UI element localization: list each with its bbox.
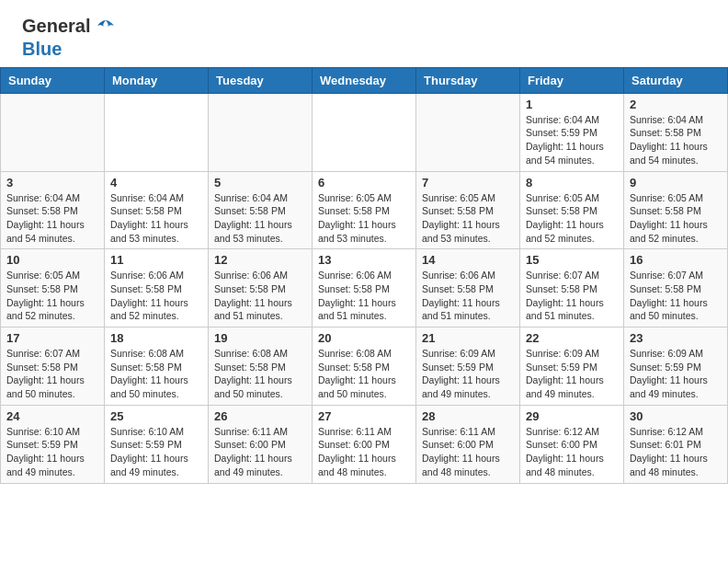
logo-bird-icon: [96, 18, 116, 39]
page-header: General Blue: [0, 0, 728, 67]
day-info: Sunrise: 6:08 AM Sunset: 5:58 PM Dayligh…: [110, 347, 202, 401]
logo-container: General Blue: [22, 17, 117, 60]
calendar-cell: [416, 93, 520, 171]
header-thursday: Thursday: [416, 67, 520, 93]
day-number: 19: [214, 331, 306, 345]
logo: General Blue: [22, 17, 117, 60]
calendar-cell: 26Sunrise: 6:11 AM Sunset: 6:00 PM Dayli…: [209, 405, 313, 483]
calendar-cell: 21Sunrise: 6:09 AM Sunset: 5:59 PM Dayli…: [416, 327, 520, 406]
day-number: 3: [6, 176, 98, 190]
day-number: 17: [6, 331, 98, 345]
day-info: Sunrise: 6:07 AM Sunset: 5:58 PM Dayligh…: [6, 347, 98, 401]
day-info: Sunrise: 6:04 AM Sunset: 5:58 PM Dayligh…: [630, 113, 722, 167]
day-info: Sunrise: 6:07 AM Sunset: 5:58 PM Dayligh…: [630, 269, 722, 323]
calendar-cell: [313, 93, 416, 171]
calendar-cell: 8Sunrise: 6:05 AM Sunset: 5:58 PM Daylig…: [520, 171, 624, 249]
day-info: Sunrise: 6:05 AM Sunset: 5:58 PM Dayligh…: [630, 191, 722, 246]
day-info: Sunrise: 6:09 AM Sunset: 5:59 PM Dayligh…: [526, 347, 618, 401]
calendar-cell: 15Sunrise: 6:07 AM Sunset: 5:58 PM Dayli…: [520, 249, 624, 327]
day-number: 26: [214, 409, 306, 423]
calendar-cell: 24Sunrise: 6:10 AM Sunset: 5:59 PM Dayli…: [1, 405, 105, 483]
day-info: Sunrise: 6:11 AM Sunset: 6:00 PM Dayligh…: [214, 425, 306, 479]
header-tuesday: Tuesday: [209, 67, 313, 93]
calendar-cell: 1Sunrise: 6:04 AM Sunset: 5:59 PM Daylig…: [520, 93, 624, 171]
day-number: 14: [422, 253, 514, 267]
day-info: Sunrise: 6:04 AM Sunset: 5:58 PM Dayligh…: [6, 191, 98, 246]
day-number: 20: [318, 331, 410, 345]
day-number: 16: [630, 253, 722, 267]
calendar-cell: 16Sunrise: 6:07 AM Sunset: 5:58 PM Dayli…: [624, 249, 728, 327]
day-number: 23: [630, 331, 722, 345]
day-info: Sunrise: 6:06 AM Sunset: 5:58 PM Dayligh…: [422, 269, 514, 323]
day-info: Sunrise: 6:05 AM Sunset: 5:58 PM Dayligh…: [526, 191, 618, 246]
day-number: 1: [526, 98, 618, 111]
day-info: Sunrise: 6:11 AM Sunset: 6:00 PM Dayligh…: [422, 425, 514, 479]
day-info: Sunrise: 6:05 AM Sunset: 5:58 PM Dayligh…: [6, 269, 98, 323]
calendar-cell: 13Sunrise: 6:06 AM Sunset: 5:58 PM Dayli…: [313, 249, 416, 327]
calendar-cell: 6Sunrise: 6:05 AM Sunset: 5:58 PM Daylig…: [313, 171, 416, 249]
calendar-cell: 17Sunrise: 6:07 AM Sunset: 5:58 PM Dayli…: [1, 327, 105, 406]
day-info: Sunrise: 6:12 AM Sunset: 6:00 PM Dayligh…: [526, 425, 618, 479]
calendar-cell: [105, 93, 209, 171]
header-friday: Friday: [520, 67, 624, 93]
day-number: 18: [110, 331, 202, 345]
day-number: 7: [422, 176, 514, 190]
day-number: 4: [110, 176, 202, 190]
day-number: 8: [526, 176, 618, 190]
calendar-cell: 4Sunrise: 6:04 AM Sunset: 5:58 PM Daylig…: [105, 171, 209, 249]
week-row-3: 10Sunrise: 6:05 AM Sunset: 5:58 PM Dayli…: [1, 249, 728, 327]
day-number: 21: [422, 331, 514, 345]
calendar-cell: 22Sunrise: 6:09 AM Sunset: 5:59 PM Dayli…: [520, 327, 624, 406]
calendar-cell: 25Sunrise: 6:10 AM Sunset: 5:59 PM Dayli…: [105, 405, 209, 483]
day-number: 27: [318, 409, 410, 423]
calendar-cell: 19Sunrise: 6:08 AM Sunset: 5:58 PM Dayli…: [209, 327, 313, 406]
day-info: Sunrise: 6:12 AM Sunset: 6:01 PM Dayligh…: [630, 425, 722, 479]
day-number: 30: [630, 409, 722, 423]
day-info: Sunrise: 6:05 AM Sunset: 5:58 PM Dayligh…: [318, 191, 410, 246]
day-info: Sunrise: 6:06 AM Sunset: 5:58 PM Dayligh…: [110, 269, 202, 323]
day-info: Sunrise: 6:10 AM Sunset: 5:59 PM Dayligh…: [6, 425, 98, 479]
day-number: 2: [630, 98, 722, 111]
day-number: 28: [422, 409, 514, 423]
day-info: Sunrise: 6:06 AM Sunset: 5:58 PM Dayligh…: [318, 269, 410, 323]
day-number: 9: [630, 176, 722, 190]
calendar-cell: 29Sunrise: 6:12 AM Sunset: 6:00 PM Dayli…: [520, 405, 624, 483]
day-info: Sunrise: 6:08 AM Sunset: 5:58 PM Dayligh…: [214, 347, 306, 401]
week-row-1: 1Sunrise: 6:04 AM Sunset: 5:59 PM Daylig…: [1, 93, 728, 171]
day-info: Sunrise: 6:04 AM Sunset: 5:58 PM Dayligh…: [214, 191, 306, 246]
week-row-5: 24Sunrise: 6:10 AM Sunset: 5:59 PM Dayli…: [1, 405, 728, 483]
week-row-4: 17Sunrise: 6:07 AM Sunset: 5:58 PM Dayli…: [1, 327, 728, 406]
calendar-cell: 23Sunrise: 6:09 AM Sunset: 5:59 PM Dayli…: [624, 327, 728, 406]
day-number: 25: [110, 409, 202, 423]
day-info: Sunrise: 6:04 AM Sunset: 5:58 PM Dayligh…: [110, 191, 202, 246]
calendar-cell: 27Sunrise: 6:11 AM Sunset: 6:00 PM Dayli…: [313, 405, 416, 483]
day-number: 10: [6, 253, 98, 267]
calendar-cell: 30Sunrise: 6:12 AM Sunset: 6:01 PM Dayli…: [624, 405, 728, 483]
day-info: Sunrise: 6:04 AM Sunset: 5:59 PM Dayligh…: [526, 113, 618, 167]
day-number: 6: [318, 176, 410, 190]
logo-general-text: General: [22, 16, 90, 36]
calendar-cell: [209, 93, 313, 171]
header-monday: Monday: [105, 67, 209, 93]
day-number: 11: [110, 253, 202, 267]
header-sunday: Sunday: [1, 67, 105, 93]
calendar-cell: 5Sunrise: 6:04 AM Sunset: 5:58 PM Daylig…: [209, 171, 313, 249]
day-number: 24: [6, 409, 98, 423]
day-number: 5: [214, 176, 306, 190]
day-number: 22: [526, 331, 618, 345]
day-info: Sunrise: 6:09 AM Sunset: 5:59 PM Dayligh…: [422, 347, 514, 401]
day-info: Sunrise: 6:08 AM Sunset: 5:58 PM Dayligh…: [318, 347, 410, 401]
calendar-cell: 20Sunrise: 6:08 AM Sunset: 5:58 PM Dayli…: [313, 327, 416, 406]
day-info: Sunrise: 6:09 AM Sunset: 5:59 PM Dayligh…: [630, 347, 722, 401]
calendar-cell: 10Sunrise: 6:05 AM Sunset: 5:58 PM Dayli…: [1, 249, 105, 327]
day-number: 15: [526, 253, 618, 267]
calendar-cell: 3Sunrise: 6:04 AM Sunset: 5:58 PM Daylig…: [1, 171, 105, 249]
day-info: Sunrise: 6:11 AM Sunset: 6:00 PM Dayligh…: [318, 425, 410, 479]
calendar-cell: 14Sunrise: 6:06 AM Sunset: 5:58 PM Dayli…: [416, 249, 520, 327]
calendar-cell: 11Sunrise: 6:06 AM Sunset: 5:58 PM Dayli…: [105, 249, 209, 327]
day-info: Sunrise: 6:10 AM Sunset: 5:59 PM Dayligh…: [110, 425, 202, 479]
header-wednesday: Wednesday: [313, 67, 416, 93]
calendar-cell: 28Sunrise: 6:11 AM Sunset: 6:00 PM Dayli…: [416, 405, 520, 483]
calendar-cell: 9Sunrise: 6:05 AM Sunset: 5:58 PM Daylig…: [624, 171, 728, 249]
calendar-cell: 12Sunrise: 6:06 AM Sunset: 5:58 PM Dayli…: [209, 249, 313, 327]
